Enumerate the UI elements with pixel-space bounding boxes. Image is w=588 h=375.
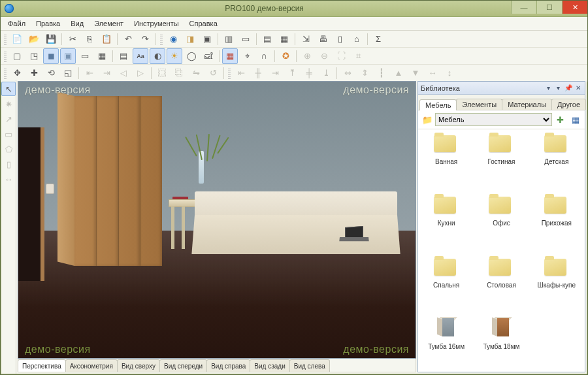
library-item[interactable]: Тумба 18мм xyxy=(478,318,524,368)
help-button[interactable]: ✪ xyxy=(278,48,293,64)
sel-prev-button[interactable]: ⇤ xyxy=(82,65,97,81)
line-tool[interactable]: ↗ xyxy=(1,112,16,126)
library-item[interactable]: Прихожая xyxy=(534,195,580,244)
library-item[interactable]: Столовая xyxy=(478,257,524,306)
room-button[interactable]: ▣ xyxy=(199,31,215,47)
library-item[interactable]: Тумба 16мм xyxy=(423,318,469,368)
library-grid[interactable]: ВаннаяГостинаяДетскаяКухниОфисПрихожаяСп… xyxy=(418,129,585,372)
mirror-button[interactable]: ⇋ xyxy=(188,65,204,81)
align-mid-button[interactable]: ╪ xyxy=(301,65,317,81)
library-item[interactable]: Детская xyxy=(534,133,580,183)
equal-w-button[interactable]: ↔ xyxy=(425,65,440,81)
align-left-button[interactable]: ⇤ xyxy=(233,65,249,81)
shape-faces-button[interactable]: ▦ xyxy=(94,48,110,64)
label-toggle-button[interactable]: ▤ xyxy=(116,48,131,64)
page-button[interactable]: ▯ xyxy=(332,31,348,47)
close-button[interactable]: ✕ xyxy=(562,1,587,14)
view-tab[interactable]: Вид спереди xyxy=(159,359,207,372)
shape-shaded-button[interactable]: ▣ xyxy=(60,48,76,64)
text-aa-button[interactable]: Aa xyxy=(133,48,148,64)
open-file-button[interactable]: 📂 xyxy=(26,31,42,47)
order-back-button[interactable]: ▼ xyxy=(408,65,423,81)
furniture-button[interactable]: 🛋 xyxy=(201,48,216,64)
grip-icon[interactable] xyxy=(4,33,7,45)
dist-v-button[interactable]: ⇕ xyxy=(357,65,372,81)
align-top-button[interactable]: ⤒ xyxy=(284,65,300,81)
measure-tool[interactable]: ✷ xyxy=(1,97,16,111)
grip-icon[interactable] xyxy=(228,67,231,79)
library-button[interactable]: ▦ xyxy=(276,31,292,47)
snap-button[interactable]: ⌖ xyxy=(239,48,255,64)
select-window-button[interactable]: ▭ xyxy=(238,31,253,47)
ungroup-button[interactable]: ⿻ xyxy=(171,65,187,81)
globe-button[interactable]: ◉ xyxy=(165,31,181,47)
wall-tool[interactable]: ▯ xyxy=(1,157,16,171)
rotate-tool-button[interactable]: ⟲ xyxy=(43,65,59,81)
window-tile-button[interactable]: ▥ xyxy=(221,31,237,47)
report-button[interactable]: ▤ xyxy=(259,31,275,47)
poly-tool[interactable]: ⬠ xyxy=(1,142,16,156)
library-item[interactable]: Гостиная xyxy=(478,133,524,183)
viewport-3d[interactable]: демо-версия демо-версия демо-версия демо… xyxy=(18,81,416,359)
paste-button[interactable]: 📋 xyxy=(99,31,114,47)
redo-button[interactable]: ↷ xyxy=(137,31,153,47)
sel-left-button[interactable]: ◁ xyxy=(116,65,131,81)
sel-right-button[interactable]: ▷ xyxy=(133,65,148,81)
library-tab[interactable]: Другое xyxy=(551,99,586,110)
minimize-button[interactable]: — xyxy=(511,1,536,14)
view-tab[interactable]: Вид справа xyxy=(206,359,250,372)
zoom-fit-button[interactable]: ⛶ xyxy=(333,48,349,64)
view-tab[interactable]: Вид слева xyxy=(289,359,330,372)
library-item[interactable]: Офис xyxy=(478,195,524,244)
zoom-area-button[interactable]: ⌗ xyxy=(350,48,366,64)
shape-outline-button[interactable]: ▭ xyxy=(77,48,93,64)
move-handles-button[interactable]: ✥ xyxy=(9,65,25,81)
library-item[interactable]: Кухни xyxy=(423,195,469,244)
cube-small-button[interactable]: ◱ xyxy=(60,65,76,81)
shape-solid-button[interactable]: ◼ xyxy=(43,48,59,64)
menu-справка[interactable]: Справка xyxy=(185,18,222,29)
sigma-button[interactable]: Σ xyxy=(370,31,386,47)
zoom-in-button[interactable]: ⊕ xyxy=(299,48,315,64)
panel-menu-button[interactable]: ▾ xyxy=(544,84,553,92)
cube-button[interactable]: ◨ xyxy=(182,31,198,47)
library-item[interactable]: Ванная xyxy=(423,133,469,183)
rect-tool[interactable]: ▭ xyxy=(1,127,16,141)
sel-shrink-button[interactable]: ⇥ xyxy=(99,65,114,81)
save-button[interactable]: 💾 xyxy=(43,31,59,47)
puzzle-button[interactable]: ✚ xyxy=(26,65,42,81)
align-right-button[interactable]: ⇥ xyxy=(267,65,283,81)
spacing-button[interactable]: ┇ xyxy=(374,65,389,81)
new-file-button[interactable]: 📄 xyxy=(9,31,25,47)
print-button[interactable]: 🖶 xyxy=(315,31,331,47)
rotate-button[interactable]: ↺ xyxy=(205,65,221,81)
new-folder-button[interactable]: ✚ xyxy=(553,112,567,127)
panel-close-button[interactable]: ✕ xyxy=(574,84,582,92)
shape-rect-button[interactable]: ▢ xyxy=(9,48,25,64)
maximize-button[interactable]: ☐ xyxy=(536,1,562,14)
pointer-tool[interactable]: ↖ xyxy=(1,82,16,96)
undo-button[interactable]: ↶ xyxy=(120,31,136,47)
align-center-button[interactable]: ╫ xyxy=(250,65,266,81)
align-bottom-button[interactable]: ⤓ xyxy=(318,65,334,81)
library-item[interactable]: Шкафы-купе xyxy=(534,257,580,306)
menu-вид[interactable]: Вид xyxy=(66,18,88,29)
shape-box-button[interactable]: ◳ xyxy=(26,48,42,64)
export-button[interactable]: ⇲ xyxy=(298,31,314,47)
view-mode-button[interactable]: ▦ xyxy=(568,112,583,127)
dim-tool[interactable]: ↔ xyxy=(1,172,16,186)
grip-icon[interactable] xyxy=(4,67,7,79)
view-tab[interactable]: Перспектива xyxy=(18,359,66,372)
order-front-button[interactable]: ▲ xyxy=(391,65,406,81)
group-button[interactable]: ⿴ xyxy=(154,65,170,81)
panel-pin-button[interactable]: 📌 xyxy=(564,84,572,92)
menu-правка[interactable]: Правка xyxy=(31,18,65,29)
grid-toggle-button[interactable]: ▦ xyxy=(222,48,238,64)
library-path-select[interactable]: Мебель xyxy=(435,113,552,126)
bulb-button[interactable]: ☀ xyxy=(167,48,182,64)
light-button[interactable]: ◐ xyxy=(150,48,165,64)
library-tab[interactable]: Материалы xyxy=(502,99,552,110)
sphere-button[interactable]: ◯ xyxy=(184,48,199,64)
library-tab[interactable]: Элементы xyxy=(456,99,502,110)
view-tab[interactable]: Вид сверху xyxy=(117,359,160,372)
